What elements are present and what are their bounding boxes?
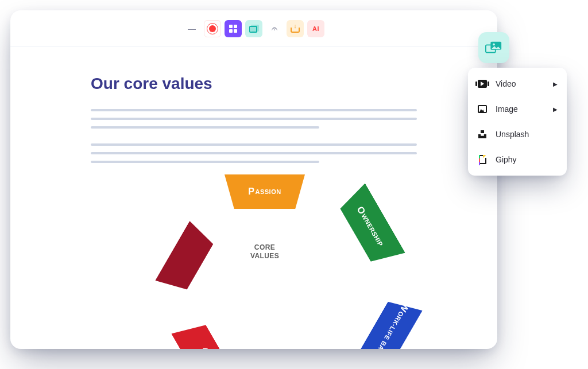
value-segment-accent [155, 221, 217, 297]
page-title: Our core values [91, 75, 417, 93]
media-menu-image[interactable]: Image ▶ [468, 96, 567, 122]
media-menu-label: Video [496, 79, 516, 88]
value-segment-passion: PASSION [225, 174, 305, 209]
value-segment-respect: RESPECT AND INTEGRITY [171, 317, 241, 349]
import-icon [291, 25, 300, 33]
toolbar-import-button[interactable] [287, 20, 304, 37]
editor-toolbar: — 𝄐 AI [10, 10, 497, 47]
media-menu-anchor[interactable] [478, 32, 509, 63]
unsplash-icon [477, 129, 488, 139]
placeholder-paragraph [91, 143, 417, 163]
toolbar-attach-button[interactable]: 𝄐 [266, 20, 283, 37]
toolbar-record-button[interactable] [204, 20, 221, 37]
record-icon [209, 25, 216, 32]
document-body[interactable]: Our core values [10, 47, 497, 163]
value-segment-worklife: WORK-LIFE BALANCE [353, 293, 423, 349]
chevron-right-icon: ▶ [553, 106, 558, 112]
core-values-graphic: PASSION OWNERSHIP WORK-LIFE BALANCE EXCE… [191, 177, 338, 323]
core-values-center: CORE VALUES [236, 227, 293, 277]
giphy-icon [477, 154, 488, 165]
media-icon [249, 25, 258, 33]
media-menu: Video ▶ Image ▶ Unsplash Giphy [468, 68, 567, 176]
paperclip-icon: 𝄐 [272, 24, 277, 34]
chevron-right-icon: ▶ [553, 81, 558, 87]
editor-card: — 𝄐 AI Our core values PASSION OWNERSHIP… [10, 10, 497, 349]
media-stack-icon [485, 40, 502, 55]
toolbar-ai-button[interactable]: AI [307, 20, 324, 37]
svg-point-2 [493, 44, 495, 46]
media-menu-label: Unsplash [496, 130, 529, 139]
toolbar-table-button[interactable] [225, 20, 242, 37]
media-menu-unsplash[interactable]: Unsplash [468, 122, 567, 147]
toolbar-divider-button[interactable]: — [183, 20, 200, 37]
media-menu-video[interactable]: Video ▶ [468, 71, 567, 96]
table-icon [229, 25, 237, 33]
placeholder-paragraph [91, 109, 417, 129]
image-icon [477, 104, 488, 114]
placeholder-line [91, 118, 417, 120]
toolbar-media-button[interactable] [245, 20, 262, 37]
video-icon [477, 79, 488, 89]
placeholder-line [91, 152, 417, 154]
media-menu-giphy[interactable]: Giphy [468, 147, 567, 172]
value-segment-ownership: OWNERSHIP [335, 183, 405, 270]
media-menu-label: Image [496, 104, 518, 114]
placeholder-line [91, 143, 417, 146]
media-menu-label: Giphy [496, 155, 517, 164]
placeholder-line [91, 161, 319, 163]
placeholder-line [91, 109, 417, 111]
placeholder-line [91, 126, 319, 129]
